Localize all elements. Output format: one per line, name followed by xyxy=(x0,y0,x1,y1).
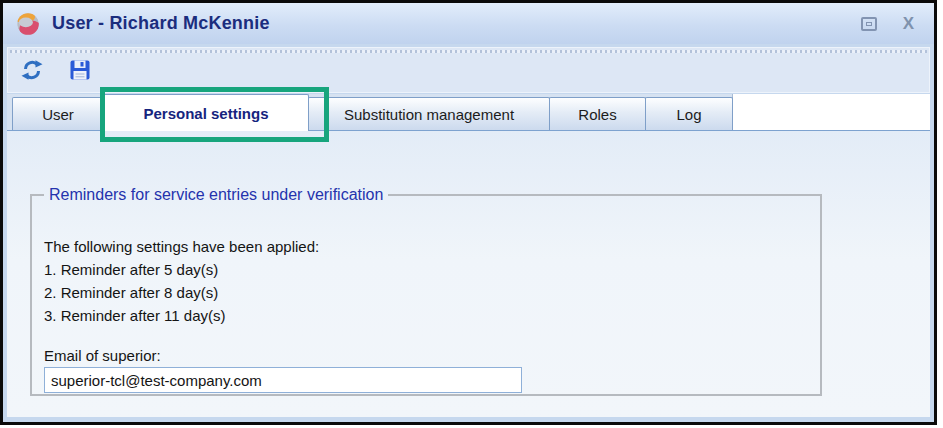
tab-log[interactable]: Log xyxy=(645,97,733,130)
app-sphere-icon xyxy=(15,11,41,37)
tab-bar-filler xyxy=(732,94,930,130)
save-button[interactable] xyxy=(66,56,94,84)
reminder-line-1: 1. Reminder after 5 day(s) xyxy=(44,258,319,281)
tab-user-label: User xyxy=(42,106,74,123)
personal-settings-panel: Reminders for service entries under veri… xyxy=(7,130,930,417)
window-title: User - Richard McKennie xyxy=(52,13,270,34)
tab-bar: User Personal settings Substitution mana… xyxy=(7,94,930,130)
save-icon xyxy=(68,58,92,82)
maximize-icon xyxy=(866,22,872,26)
email-of-superior-label: Email of superior: xyxy=(44,347,161,364)
titlebar[interactable]: User - Richard McKennie X xyxy=(3,3,934,44)
toolbar xyxy=(7,47,930,93)
maximize-button[interactable] xyxy=(861,17,877,31)
reminder-settings-text: The following settings have been applied… xyxy=(44,235,319,327)
refresh-icon xyxy=(20,58,44,82)
tab-personal-settings[interactable]: Personal settings xyxy=(103,94,309,131)
reminder-line-2: 2. Reminder after 8 day(s) xyxy=(44,281,319,304)
refresh-button[interactable] xyxy=(18,56,46,84)
window-controls: X xyxy=(861,15,922,32)
tab-substitution-management-label: Substitution management xyxy=(344,106,514,123)
close-button[interactable]: X xyxy=(903,15,914,32)
tab-personal-settings-label: Personal settings xyxy=(143,105,268,122)
tab-roles[interactable]: Roles xyxy=(549,97,646,130)
tab-roles-label: Roles xyxy=(578,106,616,123)
settings-intro-line: The following settings have been applied… xyxy=(44,235,319,258)
dialog-window: User - Richard McKennie X xyxy=(0,0,937,425)
reminder-line-3: 3. Reminder after 11 day(s) xyxy=(44,304,319,327)
tab-user[interactable]: User xyxy=(12,97,104,130)
tab-log-label: Log xyxy=(676,106,701,123)
reminders-legend: Reminders for service entries under veri… xyxy=(44,186,388,204)
tab-substitution-management[interactable]: Substitution management xyxy=(308,97,550,130)
reminders-fieldset: Reminders for service entries under veri… xyxy=(30,186,822,396)
email-of-superior-input[interactable] xyxy=(44,367,522,393)
screenshot-root: User - Richard McKennie X xyxy=(0,0,943,428)
